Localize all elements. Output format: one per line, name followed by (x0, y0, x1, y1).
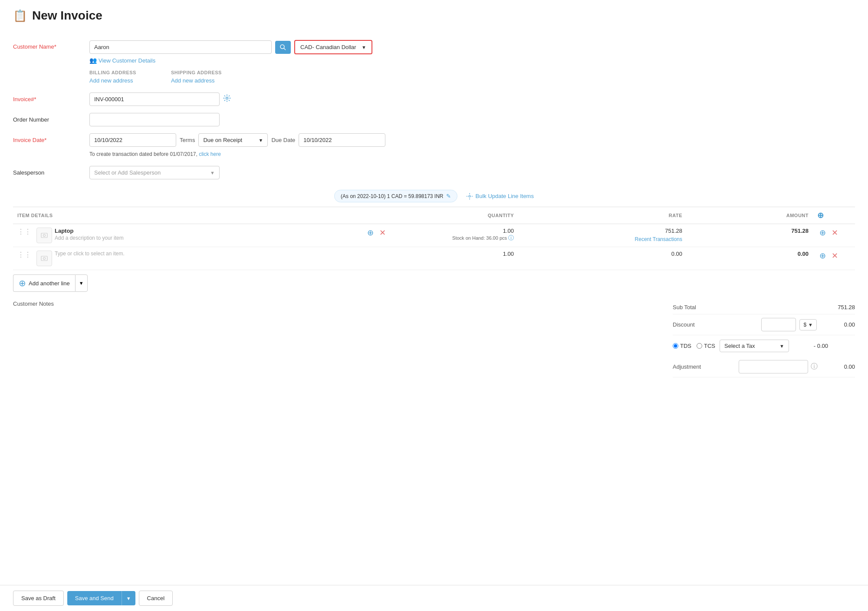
discount-type-select[interactable]: $ ▼ (799, 319, 817, 330)
shipping-add-address-link[interactable]: Add new address (171, 77, 214, 84)
tds-radio-label[interactable]: TDS (673, 343, 691, 349)
invoice-num-label: Invoice#* (13, 92, 82, 102)
col-header-quantity: QUANTITY (392, 207, 518, 224)
search-icon (279, 44, 286, 51)
salesperson-chevron-icon: ▼ (210, 170, 215, 175)
row-remove-button[interactable]: ✕ (829, 251, 840, 261)
svg-point-0 (280, 45, 284, 49)
svg-line-1 (284, 48, 286, 50)
cancel-button[interactable]: Cancel (139, 591, 173, 606)
sub-total-label: Sub Total (673, 304, 696, 310)
customer-name-input[interactable] (89, 40, 272, 54)
adjustment-input[interactable] (739, 360, 808, 373)
svg-rect-6 (41, 256, 47, 261)
add-line-chevron-icon: ▼ (79, 281, 84, 286)
col-header-amount: AMOUNT (687, 207, 813, 224)
tcs-radio[interactable] (697, 343, 702, 349)
col-header-item-details: ITEM DETAILS (13, 207, 392, 224)
customer-list-icon: 👥 (89, 57, 97, 64)
recent-transactions-link[interactable]: Recent Transactions (635, 236, 682, 242)
save-draft-button[interactable]: Save as Draft (13, 591, 64, 606)
currency-select[interactable]: CAD- Canadian Dollar ▼ (294, 40, 372, 54)
settings-icon (466, 193, 473, 200)
item-name: Laptop (55, 228, 124, 234)
item-remove-button[interactable]: ✕ (377, 228, 388, 238)
due-date-label: Due Date (271, 137, 295, 143)
invoice-date-input[interactable] (89, 133, 176, 147)
customer-notes-label: Customer Notes (13, 301, 143, 307)
adjustment-value: 0.00 (820, 363, 855, 370)
terms-label: Terms (180, 137, 195, 143)
add-another-line-button[interactable]: ⊕ Add another line (13, 274, 75, 292)
adjustment-help-icon[interactable]: ⓘ (811, 362, 818, 371)
add-column-icon[interactable]: ⊕ (817, 211, 824, 220)
svg-point-2 (226, 97, 228, 99)
svg-point-3 (469, 195, 470, 197)
item-placeholder[interactable]: Type or click to select an item. (55, 251, 388, 257)
salesperson-select[interactable]: Select or Add Salesperson ▼ (89, 166, 220, 179)
tds-radio[interactable] (673, 343, 678, 349)
stock-value: 36.00 pcs (486, 235, 507, 241)
discount-input[interactable] (761, 318, 796, 331)
due-date-input[interactable] (299, 133, 385, 147)
table-row: ⋮⋮ Type or click to select an item. 1.00… (13, 247, 855, 270)
drag-handle-icon[interactable]: ⋮⋮ (17, 228, 34, 236)
item-description[interactable]: Add a description to your item (55, 235, 124, 241)
row-add-button[interactable]: ⊕ (817, 251, 828, 261)
shipping-address-label: SHIPPING ADDRESS (171, 70, 222, 75)
add-another-line-wrap: ⊕ Add another line ▼ (13, 274, 88, 292)
order-number-label: Order Number (13, 113, 82, 123)
bulk-update-link[interactable]: Bulk Update Line Items (466, 193, 534, 200)
view-customer-link[interactable]: 👥 View Customer Details (89, 57, 855, 64)
item-image (36, 228, 52, 243)
table-row: ⋮⋮ Laptop Add a description to your item (13, 224, 855, 247)
item-image (36, 251, 52, 266)
drag-handle-icon[interactable]: ⋮⋮ (17, 251, 34, 259)
salesperson-label: Salesperson (13, 166, 82, 176)
invoice-number-input[interactable] (89, 92, 220, 106)
page-title: New Invoice (32, 9, 102, 23)
tax-chevron-icon: ▼ (779, 343, 784, 349)
stock-label: Stock on Hand: (452, 235, 485, 241)
stock-icon: ⓘ (508, 234, 514, 242)
exchange-rate-edit-icon[interactable]: ✎ (446, 193, 451, 199)
invoice-settings-button[interactable] (223, 94, 231, 104)
billing-address-label: BILLING ADDRESS (89, 70, 136, 75)
col-header-actions: ⊕ (813, 207, 855, 224)
billing-add-address-link[interactable]: Add new address (89, 77, 133, 84)
row-add-button[interactable]: ⊕ (817, 228, 828, 238)
svg-point-5 (43, 234, 46, 237)
invoice-date-label: Invoice Date* (13, 133, 82, 143)
currency-chevron-icon: ▼ (362, 45, 366, 50)
item-add-button[interactable]: ⊕ (365, 228, 375, 238)
row-remove-button[interactable]: ✕ (829, 228, 840, 238)
hint-link[interactable]: click here (199, 151, 221, 157)
order-number-input[interactable] (89, 113, 220, 126)
save-send-chevron-icon: ▼ (126, 596, 131, 601)
sub-total-value: 751.28 (820, 304, 855, 310)
svg-point-7 (43, 258, 46, 260)
line-items-table: ITEM DETAILS QUANTITY RATE AMOUNT ⊕ ⋮⋮ (13, 207, 855, 270)
save-send-button[interactable]: Save and Send (67, 591, 122, 605)
add-line-dropdown-button[interactable]: ▼ (75, 274, 88, 292)
tax-select[interactable]: Select a Tax ▼ (720, 340, 789, 352)
discount-label: Discount (673, 321, 695, 328)
discount-value: 0.00 (820, 321, 855, 328)
document-icon: 📋 (13, 9, 27, 23)
save-send-arrow-button[interactable]: ▼ (122, 591, 135, 605)
tcs-radio-label[interactable]: TCS (697, 343, 715, 349)
customer-name-label: Customer Name* (13, 40, 82, 50)
tax-value: - 0.00 (793, 343, 828, 349)
adjustment-label: Adjustment (673, 363, 701, 370)
terms-select[interactable]: Due on Receipt ▼ (198, 133, 268, 147)
footer-bar: Save as Draft Save and Send ▼ Cancel (0, 585, 868, 611)
gear-icon (223, 94, 231, 102)
col-header-rate: RATE (518, 207, 687, 224)
add-line-plus-icon: ⊕ (19, 278, 26, 288)
svg-rect-4 (41, 233, 47, 238)
terms-chevron-icon: ▼ (259, 138, 263, 143)
discount-type-chevron-icon: ▼ (808, 322, 813, 327)
hint-text: To create transaction dated before 01/07… (89, 151, 855, 157)
customer-search-button[interactable] (275, 41, 291, 54)
exchange-rate-badge: (As on 2022-10-10) 1 CAD = 59.898173 INR… (334, 190, 457, 202)
